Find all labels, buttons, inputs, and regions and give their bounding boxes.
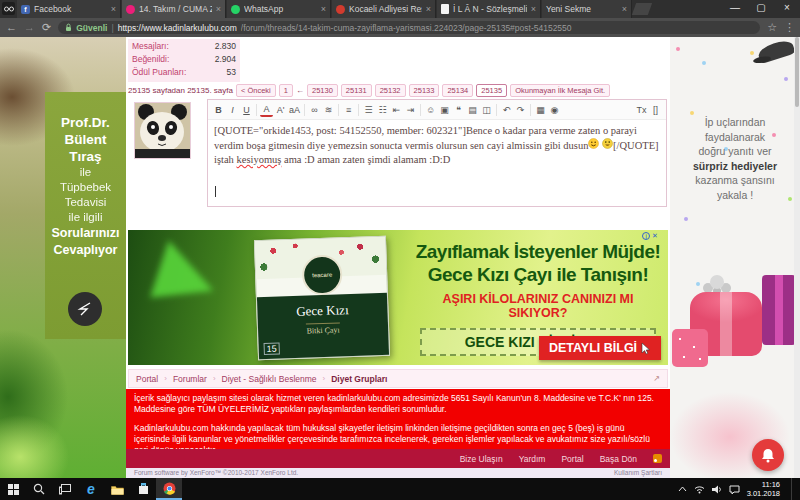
- bbcode-toggle-icon[interactable]: []: [649, 102, 662, 117]
- tab-close-icon[interactable]: ×: [622, 5, 627, 14]
- redo-icon[interactable]: ↷: [514, 102, 527, 117]
- tab-close-icon[interactable]: ×: [321, 5, 326, 14]
- left-skyscraper-ad[interactable]: Prof.Dr. Bülent Tıraş ile Tüpbebek Tedav…: [0, 37, 126, 478]
- save-draft-icon[interactable]: ◫: [480, 102, 493, 117]
- page-button[interactable]: 25131: [341, 84, 372, 97]
- tab-new-tab[interactable]: Yeni Sekme ×: [542, 0, 632, 18]
- page-button-1[interactable]: 1: [279, 84, 293, 97]
- tab-whatsapp[interactable]: WhatsApp ×: [227, 0, 331, 18]
- breadcrumb-item-current[interactable]: Diyet Grupları: [331, 374, 387, 384]
- text-color-icon[interactable]: A: [260, 102, 273, 117]
- clinic-logo-icon: [68, 292, 102, 326]
- ad-choices[interactable]: i ✕: [642, 232, 658, 240]
- taskbar-clock[interactable]: 11:16 3.01.2018: [747, 480, 784, 498]
- page-button[interactable]: 25133: [409, 84, 440, 97]
- speaker-icon[interactable]: [712, 485, 722, 494]
- action-center-icon[interactable]: [729, 485, 740, 494]
- task-view-icon[interactable]: [52, 478, 78, 500]
- ad-info-icon[interactable]: i: [642, 232, 650, 240]
- insert-image-icon[interactable]: ▣: [438, 102, 451, 117]
- pagination-summary: 25135 sayfadan 25135. sayfa: [128, 86, 233, 95]
- scrollbar-thumb[interactable]: [795, 37, 799, 107]
- numbered-list-icon[interactable]: ☷: [376, 102, 389, 117]
- avatar[interactable]: [134, 102, 191, 159]
- chrome-icon[interactable]: [156, 478, 182, 500]
- tab-close-icon[interactable]: ×: [426, 5, 431, 14]
- tea-ad-banner[interactable]: teacare Gece Kızı Bitki Çayı 15 Zayıflam…: [128, 230, 668, 365]
- menu-dots-icon[interactable]: ⋮: [784, 18, 794, 37]
- file-explorer-icon[interactable]: [104, 478, 130, 500]
- breadcrumb-item-diyet[interactable]: Diyet - Sağlıklı Beslenme: [222, 374, 317, 384]
- link-icon[interactable]: ∞: [308, 102, 321, 117]
- bookmark-star-icon[interactable]: ☆: [767, 18, 777, 37]
- tray-chevron-icon[interactable]: [678, 486, 687, 492]
- code-icon[interactable]: ▦: [534, 102, 547, 117]
- bullet-list-icon[interactable]: ☰: [362, 102, 375, 117]
- ad-cta-button[interactable]: DETAYLI BİLGİ: [539, 336, 661, 360]
- prev-page-button[interactable]: < Önceki: [236, 84, 276, 97]
- tab-forum-active[interactable]: 14. Takım / CUMA Zayıfla ×: [122, 0, 226, 18]
- footer-link-contact[interactable]: Bize Ulaşın: [460, 454, 503, 464]
- right-promo-ad[interactable]: İp uçlarından faydalanarak doğru yanıtı …: [670, 37, 800, 478]
- gallery-icon[interactable]: ◉: [548, 102, 561, 117]
- tab-close-icon[interactable]: ×: [531, 5, 536, 14]
- copyright-text: Forum software by XenForo™ ©2010-2017 Xe…: [134, 468, 298, 478]
- tab-facebook[interactable]: f Facebook ×: [17, 0, 121, 18]
- stat-label: Ödül Puanları:: [132, 66, 186, 79]
- page-button[interactable]: 25132: [375, 84, 406, 97]
- tab-close-icon[interactable]: ×: [111, 5, 116, 14]
- jump-unread-button[interactable]: Okunmayan İlk Mesaja Git.: [510, 84, 610, 97]
- bold-icon[interactable]: B: [212, 102, 225, 117]
- font-family-icon[interactable]: aA: [288, 102, 301, 117]
- italic-icon[interactable]: I: [226, 102, 239, 117]
- tab-close-icon[interactable]: ×: [216, 5, 221, 14]
- rss-icon[interactable]: [653, 454, 662, 463]
- rich-text-editor[interactable]: B I U A A' aA ∞ ≋ ≡ ☰ ☷ ⇤ ⇥: [207, 99, 667, 207]
- undo-icon[interactable]: ↶: [500, 102, 513, 117]
- back-icon[interactable]: ←: [6, 18, 17, 37]
- footer-link-help[interactable]: Yardım: [519, 454, 546, 464]
- indent-icon[interactable]: ⇥: [404, 102, 417, 117]
- new-tab-button[interactable]: [632, 3, 652, 15]
- forward-icon[interactable]: →: [24, 18, 35, 37]
- search-icon[interactable]: [26, 478, 52, 500]
- close-button[interactable]: ×: [774, 0, 800, 16]
- tab-kocaeli[interactable]: Kocaeli Adliyesi Resmi İn ×: [332, 0, 436, 18]
- reload-icon[interactable]: ⟳: [42, 18, 51, 37]
- store-icon[interactable]: [130, 478, 156, 500]
- unlink-icon[interactable]: ≋: [322, 102, 335, 117]
- smilies-icon[interactable]: ☺: [424, 102, 437, 117]
- minimize-button[interactable]: —: [722, 0, 748, 16]
- start-button[interactable]: [0, 478, 26, 500]
- page-button-current[interactable]: 25135: [476, 84, 507, 97]
- notification-fab[interactable]: [752, 439, 784, 471]
- clock-date: 3.01.2018: [747, 489, 780, 498]
- tab-ilan[interactable]: İ L Â N - Sözleşmeli Pe ×: [437, 0, 541, 18]
- show-desktop-button[interactable]: [791, 478, 794, 500]
- stat-value: 2.904: [215, 53, 236, 66]
- maximize-button[interactable]: ▢: [748, 0, 774, 16]
- page-button[interactable]: 25134: [442, 84, 473, 97]
- quote-icon[interactable]: ❝: [452, 102, 465, 117]
- breadcrumb-separator: ›: [213, 374, 216, 383]
- terms-link[interactable]: Kullanım Şartları: [614, 468, 662, 478]
- footer-link-portal[interactable]: Portal: [561, 454, 583, 464]
- ad-close-icon[interactable]: ✕: [652, 232, 658, 240]
- align-icon[interactable]: ≡: [342, 102, 355, 117]
- footer-link-top[interactable]: Başa Dön: [600, 454, 637, 464]
- editor-toolbar: B I U A A' aA ∞ ≋ ≡ ☰ ☷ ⇤ ⇥: [208, 100, 666, 120]
- font-size-icon[interactable]: A': [274, 102, 287, 117]
- media-icon[interactable]: ▤: [466, 102, 479, 117]
- breadcrumb-expand-icon[interactable]: ↗: [653, 374, 660, 383]
- page-button[interactable]: 25130: [307, 84, 338, 97]
- outdent-icon[interactable]: ⇤: [390, 102, 403, 117]
- breadcrumb-item-forumlar[interactable]: Forumlar: [173, 374, 207, 384]
- tab-label: Kocaeli Adliyesi Resmi İn: [349, 4, 422, 14]
- edge-icon[interactable]: e: [78, 478, 104, 500]
- breadcrumb-item-portal[interactable]: Portal: [136, 374, 158, 384]
- wifi-icon[interactable]: [694, 485, 705, 494]
- underline-icon[interactable]: U: [240, 102, 253, 117]
- url-input[interactable]: Güvenli | https://www.kadinlarkulubu.com…: [58, 21, 760, 34]
- remove-format-icon[interactable]: Tx: [635, 102, 648, 117]
- editor-text[interactable]: [QUOTE="orkide1453, post: 54152550, memb…: [208, 120, 666, 171]
